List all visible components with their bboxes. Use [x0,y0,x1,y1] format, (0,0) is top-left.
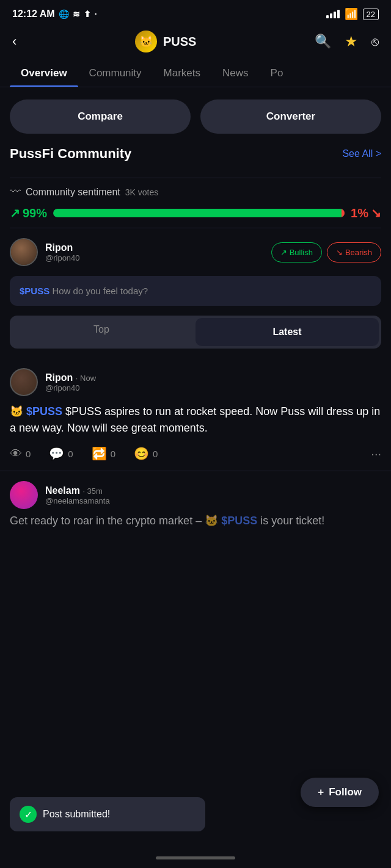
status-bar: 12:12 AM 🌐 ≋ ⬆ · 📶 22 [0,0,391,26]
bullish-arrow-icon: ↗ [280,248,287,257]
community-title: PussFi Community [10,146,131,162]
views-action[interactable]: 👁 0 [10,447,31,461]
signal-icon [326,10,340,18]
neelam-handle: @neelamsamanta [45,496,110,505]
puss-tag: $PUSS [20,286,49,296]
toggle-latest[interactable]: Latest [196,318,379,346]
tab-bar: Overview Community Markets News Po [0,60,391,87]
post-user-info-1: Ripon · Now @ripon40 [45,372,381,392]
bearish-arrow-icon: ↘ [336,248,343,257]
coin-avatar: 🐱 [135,31,157,52]
tab-community[interactable]: Community [78,60,153,87]
comments-action[interactable]: 💬 0 [49,446,73,461]
bearish-button[interactable]: ↘ Bearish [327,242,381,262]
header-center: 🐱 PUSS [135,31,196,52]
bullish-percentage: ↗ 99% [10,206,47,220]
post-avatar-ripon [10,368,38,396]
username: Ripon [45,242,264,253]
bullish-button[interactable]: ↗ Bullish [271,242,322,262]
post-card-1: Ripon · Now @ripon40 🐱 $PUSS $PUSS aspir… [0,358,391,471]
post-placeholder: How do you feel today? [52,286,148,296]
follow-button[interactable]: + Follow [301,778,379,807]
post-input-section: Ripon @ripon40 ↗ Bullish ↘ Bearish [0,228,391,276]
post-header-1: Ripon · Now @ripon40 [10,368,381,396]
header: ‹ 🐱 PUSS 🔍 ★ ⎋ [0,26,391,60]
sentiment-progress-bar [53,209,345,217]
search-icon[interactable]: 🔍 [315,34,331,49]
neelam-post-card: Neelam · 35m @neelamsamanta Get ready to… [0,471,391,549]
toast-message: Post submitted! [43,809,110,820]
comment-icon: 💬 [49,446,64,461]
sentiment-wave-icon: 〰 [10,186,21,198]
post-input-box[interactable]: $PUSS How do you feel today? [10,276,381,306]
bearish-bar [342,209,345,217]
bottom-bar [0,847,391,868]
header-right: 🔍 ★ ⎋ [315,33,379,50]
status-time: 12:12 AM 🌐 ≋ ⬆ · [12,9,97,20]
tab-po[interactable]: Po [260,60,294,87]
post-actions-1: 👁 0 💬 0 🔁 0 😊 0 ··· [10,446,381,461]
globe-icon: 🌐 [59,9,69,19]
back-button[interactable]: ‹ [12,34,16,49]
share-icon[interactable]: ⎋ [371,35,379,49]
neelam-header: Neelam · 35m @neelamsamanta [10,481,381,509]
neelam-avatar [10,481,38,509]
reaction-action[interactable]: 😊 0 [134,446,158,461]
coin-name: PUSS [163,35,196,49]
post-handle-1: @ripon40 [45,383,381,392]
sort-toggle: Top Latest [10,316,381,349]
time-display: 12:12 AM [12,9,55,20]
converter-button[interactable]: Converter [200,99,381,134]
sentiment-section: 〰 Community sentiment 3K votes ↗ 99% 1% … [0,178,391,228]
toggle-top[interactable]: Top [10,316,193,349]
toast-notification: ✓ Post submitted! [10,797,205,831]
tab-markets[interactable]: Markets [153,60,211,87]
user-info: Ripon @ripon40 [45,242,264,262]
user-avatar [10,238,38,266]
repost-action[interactable]: 🔁 0 [92,446,115,461]
see-all-button[interactable]: See All > [342,148,381,159]
home-indicator [156,856,235,859]
back-arrow-icon[interactable]: ‹ [12,34,16,49]
battery-label: 22 [363,9,379,20]
more-options-button[interactable]: ··· [371,447,381,461]
wifi-icon: 📶 [345,7,358,21]
tab-news[interactable]: News [211,60,260,87]
post-username-1: Ripon · Now [45,372,381,383]
post-text-1: 🐱 $PUSS $PUSS aspires to run at rocket s… [10,403,381,436]
sentiment-row: ↗ 99% 1% ↘ [10,206,381,220]
bearish-percentage: 1% ↘ [351,206,381,220]
tab-overview[interactable]: Overview [10,60,78,87]
compare-button[interactable]: Compare [10,99,191,134]
neelam-post-text: Get ready to roar in the crypto market –… [10,513,381,529]
eye-icon: 👁 [10,447,22,461]
bullish-bar [53,209,342,217]
favorite-icon[interactable]: ★ [345,33,358,50]
sentiment-label: 〰 Community sentiment 3K votes [10,186,381,198]
community-section: PussFi Community See All > [0,146,391,178]
dot-icon: · [95,9,97,19]
action-buttons: Compare Converter [0,87,391,146]
repost-icon: 🔁 [92,446,107,461]
reaction-icon: 😊 [134,446,149,461]
neelam-user-info: Neelam · 35m @neelamsamanta [45,485,110,505]
upload-icon: ⬆ [84,9,91,19]
layers-icon: ≋ [73,9,80,19]
status-icons: 📶 22 [326,7,379,21]
plus-icon: + [318,786,324,798]
toast-check-icon: ✓ [20,806,37,823]
community-header: PussFi Community See All > [10,146,381,162]
user-handle: @ripon40 [45,253,264,262]
sentiment-buttons: ↗ Bullish ↘ Bearish [271,242,381,262]
